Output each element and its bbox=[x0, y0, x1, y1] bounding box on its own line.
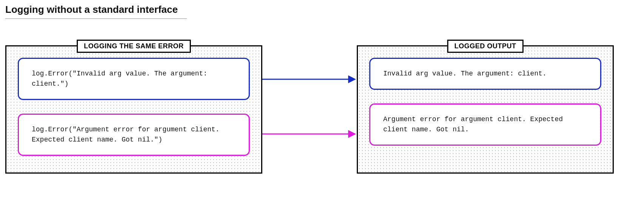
code-card-magenta-input: log.Error("Argument error for argument c… bbox=[18, 114, 250, 156]
panel-label-left: LOGGING THE SAME ERROR bbox=[77, 40, 191, 53]
panel-logged-output: LOGGED OUTPUT Invalid arg value. The arg… bbox=[357, 45, 614, 174]
output-card-magenta: Argument error for argument client. Expe… bbox=[369, 103, 601, 146]
panel-logging-input: LOGGING THE SAME ERROR log.Error("Invali… bbox=[5, 45, 262, 174]
code-card-blue-input: log.Error("Invalid arg value. The argume… bbox=[18, 58, 250, 100]
diagram-title: Logging without a standard interface bbox=[5, 4, 187, 19]
output-card-blue: Invalid arg value. The argument: client. bbox=[369, 58, 601, 90]
arrow-region bbox=[262, 45, 357, 174]
panel-label-right: LOGGED OUTPUT bbox=[447, 40, 523, 53]
arrows-svg bbox=[262, 45, 357, 174]
diagram-container: LOGGING THE SAME ERROR log.Error("Invali… bbox=[5, 45, 639, 174]
